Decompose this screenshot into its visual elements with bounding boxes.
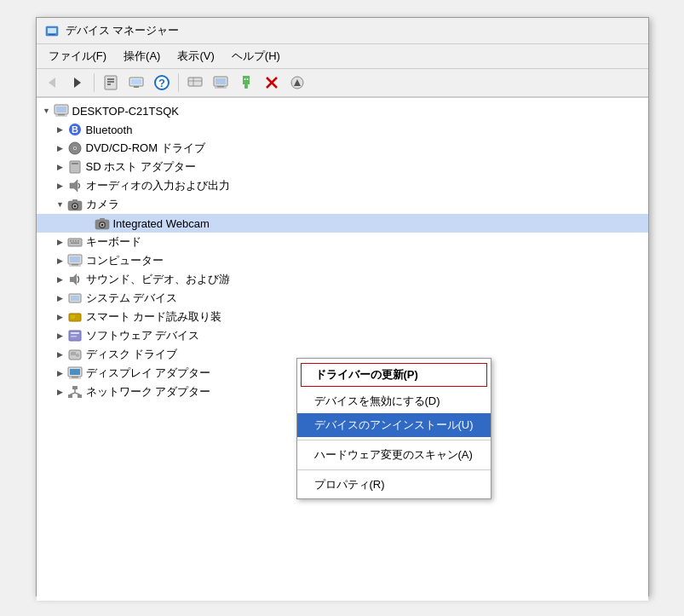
sound-video-expand-arrow bbox=[54, 273, 67, 286]
svg-point-23 bbox=[244, 78, 245, 80]
title-bar-icon bbox=[45, 24, 59, 37]
toolbar-help-button[interactable]: ? bbox=[150, 72, 174, 94]
svg-rect-73 bbox=[70, 369, 80, 375]
toolbar-update-driver-button[interactable] bbox=[124, 72, 148, 94]
context-menu-separator bbox=[297, 440, 491, 440]
tree-item-camera[interactable]: カメラ bbox=[37, 195, 648, 214]
smartcard-icon bbox=[67, 309, 83, 325]
device-tree[interactable]: DESKTOP-C21TSQK B Bluetooth bbox=[37, 98, 648, 601]
svg-rect-68 bbox=[71, 336, 77, 337]
context-menu-separator-2 bbox=[297, 469, 491, 470]
audio-expand-arrow bbox=[54, 179, 67, 193]
menu-file[interactable]: ファイル(F) bbox=[40, 46, 116, 66]
root-expand-arrow bbox=[40, 104, 54, 118]
context-menu-scan-hardware[interactable]: ハードウェア変更のスキャン(A) bbox=[297, 443, 491, 467]
webcam-label: Integrated Webcam bbox=[113, 217, 210, 230]
system-icon bbox=[67, 291, 83, 306]
toolbar-scan-button[interactable] bbox=[285, 72, 309, 94]
svg-point-44 bbox=[73, 205, 76, 208]
tree-item-sd[interactable]: SD ホスト アダプター bbox=[37, 158, 648, 176]
title-bar-text: デバイス マネージャー bbox=[66, 23, 180, 38]
sound-video-label: サウンド、ビデオ、および游 bbox=[86, 272, 230, 287]
svg-rect-11 bbox=[134, 86, 139, 88]
context-menu-update-driver[interactable]: ドライバーの更新(P) bbox=[301, 363, 487, 387]
system-expand-arrow bbox=[54, 291, 67, 305]
svg-rect-58 bbox=[70, 256, 80, 262]
uninstall-red-icon bbox=[263, 74, 280, 91]
tree-item-sound-video[interactable]: サウンド、ビデオ、および游 bbox=[37, 270, 648, 289]
svg-rect-30 bbox=[56, 107, 66, 112]
device-manager-window: デバイス マネージャー ファイル(F) 操作(A) 表示(V) ヘルプ(H) bbox=[36, 17, 649, 596]
svg-marker-3 bbox=[49, 78, 55, 88]
keyboard-expand-arrow bbox=[54, 235, 67, 249]
svg-rect-5 bbox=[105, 76, 117, 89]
tree-item-smartcard[interactable]: スマート カード読み取り装 bbox=[37, 308, 648, 326]
tree-item-audio[interactable]: オーディオの入力および出力 bbox=[37, 176, 648, 195]
toolbar-back-button[interactable] bbox=[40, 72, 64, 94]
svg-rect-45 bbox=[72, 199, 78, 202]
disk-icon bbox=[67, 347, 83, 362]
toolbar-show-hidden-button[interactable] bbox=[183, 72, 207, 94]
menu-action[interactable]: 操作(A) bbox=[115, 46, 169, 66]
root-computer-icon bbox=[54, 103, 69, 118]
svg-rect-52 bbox=[70, 240, 72, 242]
smartcard-expand-arrow bbox=[54, 310, 67, 324]
context-menu: ドライバーの更新(P) デバイスを無効にする(D) デバイスのアンインストール(… bbox=[296, 358, 491, 499]
tree-item-computer[interactable]: コンピューター bbox=[37, 251, 648, 270]
svg-point-71 bbox=[76, 354, 79, 357]
toolbar-forward-button[interactable] bbox=[66, 72, 89, 94]
menu-view[interactable]: 表示(V) bbox=[169, 46, 222, 66]
keyboard-label: キーボード bbox=[86, 234, 141, 250]
svg-rect-19 bbox=[217, 86, 224, 88]
bluetooth-expand-arrow bbox=[54, 123, 67, 136]
menu-help[interactable]: ヘルプ(H) bbox=[223, 46, 289, 66]
content-area: DESKTOP-C21TSQK B Bluetooth bbox=[37, 98, 648, 601]
context-menu-uninstall[interactable]: デバイスのアンインストール(U) bbox=[297, 413, 491, 437]
svg-rect-14 bbox=[188, 78, 202, 86]
tree-item-dvd[interactable]: DVD/CD-ROM ドライブ bbox=[37, 139, 648, 158]
svg-rect-76 bbox=[72, 386, 78, 389]
sound-video-icon bbox=[67, 272, 83, 287]
svg-marker-4 bbox=[74, 78, 81, 88]
network-expand-arrow bbox=[54, 385, 67, 399]
bluetooth-label: Bluetooth bbox=[86, 124, 133, 136]
tree-item-software[interactable]: ソフトウェア デバイス bbox=[37, 326, 648, 345]
toolbar-computer-button[interactable] bbox=[209, 72, 233, 94]
toolbar-properties-button[interactable] bbox=[99, 72, 123, 94]
properties-icon bbox=[102, 74, 119, 91]
camera-icon bbox=[67, 197, 83, 212]
tree-item-system[interactable]: システム デバイス bbox=[37, 289, 648, 308]
svg-rect-21 bbox=[244, 84, 248, 89]
dvd-label: DVD/CD-ROM ドライブ bbox=[86, 141, 205, 156]
sd-expand-arrow bbox=[54, 160, 67, 174]
tree-root[interactable]: DESKTOP-C21TSQK bbox=[37, 101, 648, 120]
menu-bar: ファイル(F) 操作(A) 表示(V) ヘルプ(H) bbox=[37, 44, 648, 69]
toolbar-plug-button[interactable] bbox=[234, 72, 258, 94]
sd-label: SD ホスト アダプター bbox=[86, 159, 196, 175]
camera-label: カメラ bbox=[86, 197, 119, 212]
show-hidden-icon bbox=[187, 74, 204, 91]
software-icon bbox=[67, 328, 83, 343]
computer-label: コンピューター bbox=[86, 253, 164, 268]
context-menu-properties[interactable]: プロパティ(R) bbox=[297, 473, 491, 497]
svg-rect-2 bbox=[49, 34, 55, 35]
help-icon: ? bbox=[153, 74, 170, 91]
svg-line-80 bbox=[70, 393, 75, 394]
svg-rect-31 bbox=[58, 114, 65, 116]
scan-icon bbox=[289, 74, 306, 91]
audio-label: オーディオの入力および出力 bbox=[86, 178, 230, 193]
svg-text:?: ? bbox=[158, 77, 165, 89]
update-driver-icon bbox=[128, 74, 145, 91]
network-icon bbox=[67, 384, 83, 400]
display-expand-arrow bbox=[54, 366, 67, 380]
svg-line-81 bbox=[75, 393, 80, 394]
context-menu-disable[interactable]: デバイスを無効にする(D) bbox=[297, 389, 491, 413]
toolbar-uninstall-button[interactable] bbox=[260, 72, 284, 94]
svg-rect-10 bbox=[131, 79, 141, 84]
tree-item-keyboard[interactable]: キーボード bbox=[37, 233, 648, 251]
computer2-icon bbox=[67, 253, 83, 268]
network-label: ネットワーク アダプター bbox=[86, 384, 211, 400]
svg-marker-22 bbox=[243, 76, 250, 84]
tree-item-webcam[interactable]: Integrated Webcam bbox=[37, 214, 648, 233]
tree-item-bluetooth[interactable]: B Bluetooth bbox=[37, 120, 648, 139]
